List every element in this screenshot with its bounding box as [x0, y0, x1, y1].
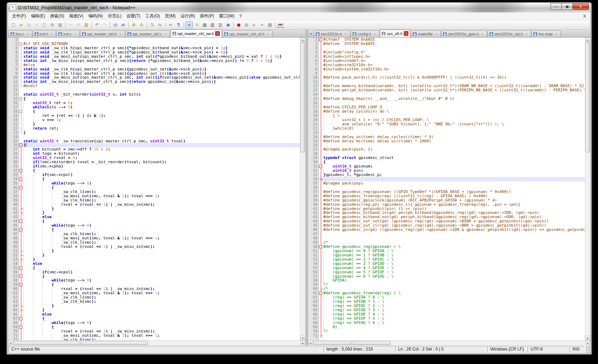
resize-grip[interactable]: [586, 346, 590, 353]
fold-toggle-icon[interactable]: [19, 169, 23, 173]
fold-toggle-icon[interactable]: [19, 325, 23, 329]
menu-item[interactable]: 文件(F): [10, 12, 28, 20]
find-icon[interactable]: ◎: [112, 21, 119, 28]
editor-tab[interactable]: stm32f10x.h×: [314, 30, 350, 37]
open-folder-icon[interactable]: ▰: [17, 21, 25, 28]
status-insert-mode[interactable]: INS: [569, 346, 585, 353]
tab-close-icon[interactable]: ×: [343, 32, 348, 36]
editor-tab[interactable]: config.h×: [351, 30, 380, 37]
editor-tab[interactable]: stm32f10x_spi.h×: [487, 30, 531, 37]
paste-icon[interactable]: ▨: [83, 21, 90, 28]
scroll-left-icon[interactable]: ◄: [8, 341, 13, 345]
menu-item[interactable]: 视图(V): [67, 12, 86, 20]
scroll-left-icon[interactable]: ◄: [308, 341, 313, 345]
indent-guide-icon[interactable]: ≡: [185, 21, 193, 28]
word-wrap-icon[interactable]: ↩: [167, 21, 174, 28]
status-encoding[interactable]: UTF-8: [527, 346, 569, 353]
tab-close-icon[interactable]: ×: [73, 32, 78, 36]
code-area-left[interactable]: 12#if SPI_USE_BITBAND3static void _sw_cl…: [8, 38, 300, 340]
editor-tab[interactable]: lcd.c×: [56, 30, 80, 37]
fold-toggle-icon[interactable]: [19, 283, 23, 287]
close-button[interactable]: ×: [572, 3, 589, 10]
editor-tab[interactable]: stm32f10x_gpio.h×: [441, 30, 487, 37]
menu-item[interactable]: 插件(P): [197, 12, 217, 20]
macro-record-icon[interactable]: ●: [235, 21, 242, 28]
menu-item[interactable]: 编码(N): [86, 12, 105, 20]
show-all-chars-icon[interactable]: ¶: [175, 21, 182, 28]
menu-item[interactable]: 搜索(S): [47, 12, 67, 20]
tab-close-icon[interactable]: ×: [480, 32, 485, 36]
menu-item[interactable]: 运行(R): [178, 12, 197, 20]
maximize-button[interactable]: ▣: [562, 3, 572, 10]
editor-tab[interactable]: foo.c×: [9, 30, 32, 37]
fold-toggle-icon[interactable]: [19, 97, 23, 101]
new-file-icon[interactable]: ▢: [10, 21, 17, 28]
menu-item[interactable]: 编辑(E): [28, 12, 47, 20]
tab-close-icon[interactable]: ×: [373, 32, 377, 36]
menu-item[interactable]: 设置(T): [124, 12, 143, 20]
tab-close-icon[interactable]: ×: [49, 32, 54, 36]
status-eol-format[interactable]: Windows (CR LF): [487, 346, 527, 353]
editor-tab[interactable]: foo.map×: [531, 30, 561, 37]
editor-tab[interactable]: spi_master_ctrl_sw.h×: [171, 29, 222, 37]
tab-close-icon[interactable]: ×: [118, 32, 123, 36]
scroll-right-icon[interactable]: ►: [301, 341, 305, 345]
editor-tab[interactable]: makefile×: [411, 30, 441, 37]
menu-item[interactable]: 窗口(W): [217, 12, 237, 20]
left-horizontal-scrollbar[interactable]: ◄ ►: [8, 340, 305, 345]
scrollbar-thumb[interactable]: [586, 42, 590, 152]
tab-close-icon[interactable]: ×: [26, 32, 30, 36]
print-icon[interactable]: ▤: [56, 21, 64, 28]
tab-close-icon[interactable]: ×: [215, 31, 220, 36]
editor-tab[interactable]: lcd.h×: [33, 30, 56, 37]
replace-icon[interactable]: ⇄: [119, 21, 127, 28]
doc-switcher-icon[interactable]: ▧: [209, 21, 216, 28]
tab-close-icon[interactable]: ×: [524, 32, 529, 36]
scroll-up-icon[interactable]: ▲: [300, 38, 305, 42]
tab-close-icon[interactable]: ×: [434, 32, 438, 36]
fold-toggle-icon[interactable]: [19, 274, 23, 279]
tab-close-icon[interactable]: ×: [163, 32, 168, 36]
minimize-button[interactable]: ─: [551, 3, 562, 10]
menu-item[interactable]: 语言(L): [105, 12, 124, 20]
editor-tab[interactable]: spi_master_ctrl.c×: [125, 30, 170, 37]
editor-tab[interactable]: spi_master_ctrl.h×: [80, 30, 125, 37]
tab-close-icon[interactable]: ×: [404, 31, 408, 36]
scroll-down-icon[interactable]: ▼: [300, 336, 305, 340]
sync-scroll-v-icon[interactable]: ⇅: [149, 21, 156, 28]
fold-toggle-icon[interactable]: [19, 317, 23, 321]
editor-tab[interactable]: sys_a5.h×: [380, 29, 410, 37]
close-doc-icon[interactable]: ▢: [41, 21, 48, 28]
menu-close-icon[interactable]: X: [580, 14, 589, 19]
title-bar[interactable]: ✎ D:\STM32_Proj\ili9341\spi_master_ctrl_…: [8, 2, 590, 12]
zoom-in-icon[interactable]: ⊕: [130, 21, 138, 28]
macro-run-multi-icon[interactable]: »: [258, 21, 266, 28]
right-vertical-scrollbar[interactable]: ▲ ▼: [585, 38, 590, 340]
fold-toggle-icon[interactable]: [19, 266, 23, 270]
monitoring-icon[interactable]: ◉: [224, 21, 232, 28]
scroll-up-icon[interactable]: ▲: [585, 38, 590, 42]
tab-close-icon[interactable]: ×: [554, 32, 559, 36]
fold-toggle-icon[interactable]: [319, 164, 323, 169]
folder-workspace-icon[interactable]: ▥: [217, 21, 224, 28]
sync-scroll-h-icon[interactable]: ⇆: [156, 21, 164, 28]
menu-item[interactable]: 工具(O): [143, 12, 162, 20]
fold-toggle-icon[interactable]: [19, 228, 23, 232]
fold-toggle-icon[interactable]: [319, 245, 323, 249]
tab-scroll-left-icon[interactable]: ◄: [308, 31, 313, 36]
fold-toggle-icon[interactable]: [319, 38, 323, 42]
zoom-out-icon[interactable]: ⊖: [138, 21, 145, 28]
function-list-icon[interactable]: ↯: [193, 21, 201, 28]
right-horizontal-scrollbar[interactable]: ◄ ►: [308, 340, 590, 345]
menu-item[interactable]: ?: [237, 13, 244, 19]
scroll-right-icon[interactable]: ►: [586, 341, 590, 345]
tab-close-icon[interactable]: ×: [266, 32, 270, 36]
menu-item[interactable]: 宏(M): [162, 12, 178, 20]
editor-tab[interactable]: spi_master_ctrl_sf.h×: [222, 30, 272, 37]
code-area-right[interactable]: 1#ifndef _SYSTEM_0xAA55_2#define _SYSTEM…: [308, 38, 585, 340]
fold-toggle-icon[interactable]: [319, 291, 323, 295]
fold-toggle-icon[interactable]: [19, 42, 23, 46]
pane-splitter[interactable]: [305, 29, 308, 345]
fold-toggle-icon[interactable]: [19, 186, 23, 190]
spell-check-icon[interactable]: ABC: [277, 22, 284, 28]
